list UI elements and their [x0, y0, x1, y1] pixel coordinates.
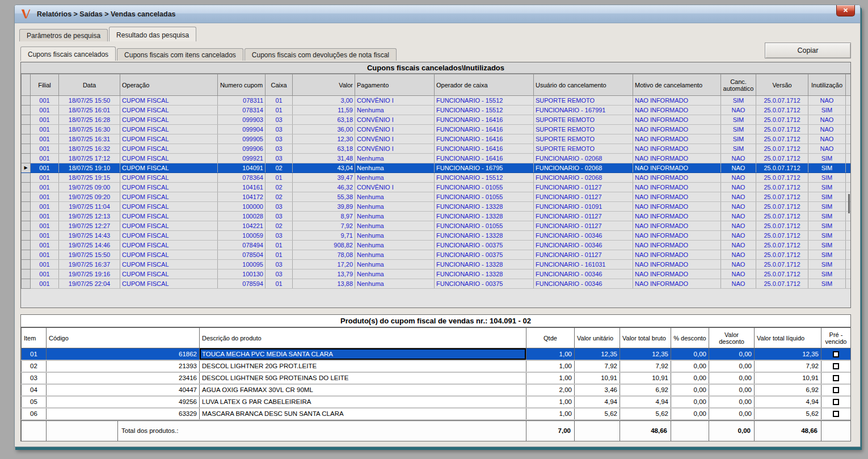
grid-cell[interactable]: 001 — [31, 279, 59, 289]
grid-cell[interactable]: 12,30 — [293, 134, 355, 144]
grid-cell[interactable]: SIM — [808, 192, 846, 202]
grid-cell[interactable]: 001 — [31, 202, 59, 212]
grid-cell[interactable]: 01 — [266, 173, 293, 183]
grid-cell[interactable]: CUPOM FISCAL — [120, 241, 218, 250]
grid-cell[interactable]: SUPORTE REMOTO — [534, 134, 633, 144]
grid-cell[interactable]: FUNCIONARIO - 15512 — [435, 106, 534, 115]
pre-vencido-checkbox[interactable] — [833, 387, 839, 393]
grid-cell[interactable]: 31,48 — [293, 154, 355, 163]
grid-cell[interactable]: FUNCIONARIO - 01055 — [435, 183, 534, 192]
window-titlebar[interactable]: Relatórios > Saídas > Vendas canceladas … — [15, 5, 860, 23]
grid-cell[interactable]: 6,92 — [755, 384, 821, 396]
grid-cell[interactable]: 7,92 — [293, 221, 355, 231]
grid-cell[interactable]: CUPOM FISCAL — [120, 183, 218, 192]
grid-cell[interactable]: 18/07/25 16:31 — [59, 134, 120, 144]
grid-cell[interactable]: 63329 — [47, 408, 200, 420]
grid-cell[interactable]: 55,38 — [293, 192, 355, 202]
grid-cell[interactable]: Nenhuma — [355, 106, 435, 115]
grid-cell[interactable]: 18/07/25 15:50 — [59, 96, 120, 106]
grid-cell[interactable]: Nenhuma — [355, 221, 435, 231]
coupon-row[interactable]: 00119/07/25 09:20CUPOM FISCAL1041720255,… — [22, 192, 851, 202]
grid-cell[interactable]: CUPOM FISCAL — [120, 115, 218, 125]
grid-cell[interactable]: 0,00 — [709, 384, 755, 396]
row-marker-cell[interactable] — [22, 144, 31, 154]
grid-cell[interactable]: 100095 — [218, 260, 266, 269]
grid-cell[interactable]: FUNCIONARIO - 00346 — [534, 231, 633, 241]
grid-cell[interactable]: 001 — [31, 250, 59, 260]
grid-cell[interactable]: 01 — [22, 348, 47, 360]
grid-cell[interactable]: 19/07/25 16:37 — [59, 260, 120, 269]
grid-cell[interactable]: 25.0.07.1712 — [756, 231, 808, 241]
grid-cell[interactable]: 4,94 — [620, 396, 671, 408]
grid-cell[interactable]: 001 — [31, 231, 59, 241]
grid-cell[interactable]: 25.0.07.1712 — [756, 134, 808, 144]
grid-cell[interactable]: 63,18 — [293, 115, 355, 125]
grid-cell[interactable]: 18/07/25 19:15 — [59, 173, 120, 183]
grid-cell[interactable]: FUNCIONARIO - 13328 — [435, 269, 534, 279]
grid-cell[interactable]: CUPOM FISCAL — [120, 96, 218, 106]
grid-cell[interactable]: 078504 — [218, 250, 266, 260]
grid-cell[interactable]: FUNCIONARIO - 02068 — [534, 173, 633, 183]
grid-cell[interactable]: 25.0.07.1712 — [756, 260, 808, 269]
grid-cell[interactable]: 7,92 — [575, 360, 620, 372]
grid-cell[interactable]: Nenhuma — [355, 163, 435, 173]
grid-cell[interactable]: 01 — [266, 96, 293, 106]
grid-cell[interactable]: 49256 — [47, 396, 200, 408]
grid-cell[interactable]: FUNCIONARIO - 13328 — [435, 202, 534, 212]
row-marker-cell[interactable] — [22, 260, 31, 269]
grid-cell[interactable]: 03 — [22, 372, 47, 384]
row-marker-cell[interactable] — [22, 173, 31, 183]
grid-cell[interactable]: NAO — [721, 163, 756, 173]
grid-cell[interactable]: 104091 — [218, 163, 266, 173]
grid-cell[interactable]: 099904 — [218, 125, 266, 134]
coupon-row[interactable]: 00119/07/25 12:27CUPOM FISCAL104221027,9… — [22, 221, 851, 231]
grid-cell[interactable]: 03 — [266, 231, 293, 241]
grid-cell[interactable]: SIM — [808, 173, 846, 183]
grid-cell[interactable]: 18/07/25 17:12 — [59, 154, 120, 163]
row-marker-cell[interactable] — [22, 154, 31, 163]
grid-cell[interactable]: CONVÊNIO I — [355, 134, 435, 144]
grid-cell[interactable]: NAO INFORMADO — [633, 134, 721, 144]
grid-cell[interactable]: FUNCIONARIO - 13328 — [435, 260, 534, 269]
grid-cell[interactable]: 0,00 — [709, 372, 755, 384]
grid-cell[interactable]: 001 — [31, 221, 59, 231]
grid-cell[interactable]: 19/07/25 19:16 — [59, 269, 120, 279]
product-row[interactable]: 0221393DESCOL LIGHTNER 20G PROT.LEITE1,0… — [22, 360, 851, 372]
grid-cell[interactable]: NAO — [808, 125, 846, 134]
grid-cell[interactable]: 7,92 — [755, 360, 821, 372]
grid-cell[interactable]: CUPOM FISCAL — [120, 202, 218, 212]
grid-cell[interactable]: NAO — [721, 183, 756, 192]
grid-cell[interactable]: 17,20 — [293, 260, 355, 269]
grid-cell[interactable]: FUNCIONARIO - 01127 — [534, 212, 633, 221]
coupon-row[interactable]: 00118/07/25 19:15CUPOM FISCAL0783640139,… — [22, 173, 851, 183]
grid-cell[interactable]: FUNCIONARIO - 00375 — [435, 279, 534, 289]
grid-cell[interactable]: Nenhuma — [355, 241, 435, 250]
grid-cell[interactable]: 03 — [266, 115, 293, 125]
grid-cell[interactable]: NAO INFORMADO — [633, 241, 721, 250]
grid-cell[interactable]: 25.0.07.1712 — [756, 96, 808, 106]
grid-cell[interactable]: 19/07/25 12:13 — [59, 212, 120, 221]
grid-cell[interactable]: 001 — [31, 212, 59, 221]
grid-cell[interactable]: FUNCIONARIO - 16416 — [435, 115, 534, 125]
grid-cell[interactable]: 25.0.07.1712 — [756, 183, 808, 192]
grid-cell[interactable]: SIM — [808, 260, 846, 269]
grid-cell[interactable]: NAO — [721, 212, 756, 221]
grid-cell[interactable]: FUNCIONARIO - 02068 — [534, 163, 633, 173]
grid-cell[interactable]: 19/07/25 15:50 — [59, 250, 120, 260]
grid-cell[interactable]: NAO — [721, 241, 756, 250]
grid-cell[interactable]: SIM — [808, 241, 846, 250]
grid-cell[interactable]: 001 — [31, 106, 59, 115]
pre-vencido-checkbox[interactable] — [833, 375, 839, 381]
grid-cell[interactable]: CUPOM FISCAL — [120, 163, 218, 173]
grid-cell[interactable]: 001 — [31, 134, 59, 144]
grid-cell[interactable]: SIM — [808, 269, 846, 279]
grid-cell[interactable]: NAO INFORMADO — [633, 231, 721, 241]
grid-cell[interactable]: FUNCIONARIO - 00346 — [534, 269, 633, 279]
grid-cell[interactable]: 19/07/25 12:27 — [59, 221, 120, 231]
grid-cell[interactable]: 04 — [22, 384, 47, 396]
product-row[interactable]: 0440447AGUA OXIG FARMAX 30VL CR 90ML2,00… — [22, 384, 851, 396]
grid-cell[interactable]: 36,00 — [293, 125, 355, 134]
row-marker-cell[interactable] — [22, 212, 31, 221]
grid-cell[interactable]: NAO INFORMADO — [633, 260, 721, 269]
grid-cell[interactable]: NAO — [721, 106, 756, 115]
